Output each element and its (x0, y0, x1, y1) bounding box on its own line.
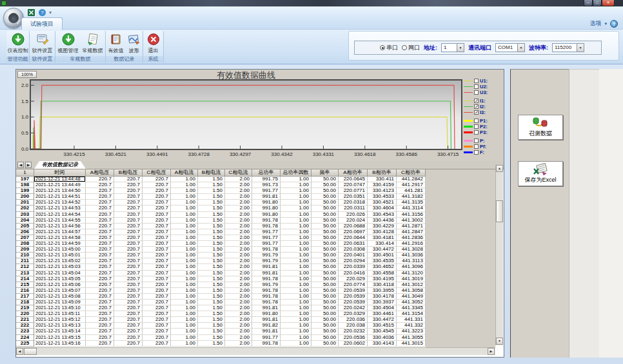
row-number-cell[interactable]: 210 (16, 253, 34, 258)
table-cell[interactable]: 330.4178 (368, 294, 397, 300)
save-excel-button[interactable]: 保存为Excel (518, 161, 563, 186)
table-cell[interactable]: 330.4123 (368, 188, 397, 194)
table-cell[interactable]: 1.00 (281, 194, 312, 200)
table-cell[interactable]: 220.7 (114, 188, 143, 194)
table-cell[interactable]: 220.7 (143, 294, 171, 300)
table-cell[interactable]: 441.2871 (397, 224, 426, 229)
table-cell[interactable]: 220.7 (143, 323, 171, 329)
table-cell[interactable]: 441.3052 (397, 300, 426, 305)
table-cell[interactable]: 220.7 (114, 271, 143, 276)
row-number-cell[interactable]: 223 (16, 329, 34, 334)
table-cell[interactable]: 2021-12-21 13:45:04 (34, 271, 86, 276)
table-cell[interactable]: 1.50 (198, 235, 225, 241)
table-cell[interactable]: 220.7 (114, 311, 143, 317)
column-header[interactable]: C相电压 (143, 169, 171, 177)
table-cell[interactable]: 2021-12-21 13:44:55 (34, 218, 86, 224)
table-cell[interactable]: 2021-12-21 13:44:52 (34, 200, 86, 206)
table-cell[interactable]: 2.00 (225, 177, 252, 182)
table-cell[interactable]: 220.0631 (339, 241, 368, 247)
row-number-cell[interactable]: 214 (16, 276, 34, 282)
table-cell[interactable]: 220.0308 (339, 247, 368, 253)
table-cell[interactable]: 1.00 (281, 200, 312, 206)
table-cell[interactable]: 2021-12-21 13:44:48 (34, 177, 86, 182)
table-cell[interactable]: 1.50 (198, 294, 225, 300)
horizontal-scrollbar[interactable]: ◀ ▶ (16, 347, 495, 355)
table-cell[interactable]: 2.00 (225, 282, 252, 288)
table-cell[interactable]: 330.4461 (368, 311, 397, 317)
table-cell[interactable]: 220.7 (114, 264, 143, 270)
options-menu[interactable]: 选项 ▾ ? (589, 19, 618, 28)
legend-checkbox[interactable]: ✓ (474, 99, 479, 103)
table-cell[interactable]: 220.7 (143, 253, 171, 258)
table-cell[interactable]: 220.7 (143, 188, 171, 194)
table-cell[interactable]: 1.50 (198, 206, 225, 211)
table-cell[interactable]: 50.00 (312, 294, 339, 300)
table-cell[interactable]: 441.3096 (397, 264, 426, 270)
table-cell[interactable]: 50.00 (312, 341, 339, 347)
table-cell[interactable]: 330.4436 (368, 218, 397, 224)
table-cell[interactable]: 1.00 (171, 323, 198, 329)
table-cell[interactable]: 50.00 (312, 300, 339, 305)
table-cell[interactable]: 330.4604 (368, 206, 397, 211)
table-cell[interactable]: 991.77 (252, 241, 281, 247)
table-cell[interactable]: 330.411 (368, 177, 397, 182)
table-cell[interactable]: 1.00 (281, 329, 312, 334)
table-cell[interactable]: 441.2847 (397, 229, 426, 235)
table-cell[interactable]: 1.00 (171, 305, 198, 311)
table-cell[interactable]: 441.3055 (397, 335, 426, 341)
row-number-cell[interactable]: 199 (16, 188, 34, 194)
vertical-scroll-thumb[interactable] (496, 200, 503, 222)
table-cell[interactable]: 441.281 (397, 188, 426, 194)
table-cell[interactable]: 2.00 (225, 194, 252, 200)
table-cell[interactable]: 330.4543 (368, 212, 397, 218)
table-cell[interactable]: 50.00 (312, 335, 339, 341)
table-cell[interactable]: 441.3345 (397, 305, 426, 311)
table-cell[interactable]: 330.4535 (368, 258, 397, 264)
table-cell[interactable]: 220.7 (114, 282, 143, 288)
table-cell[interactable]: 991.81 (252, 317, 281, 323)
table-cell[interactable]: 2.00 (225, 253, 252, 258)
table-cell[interactable]: 220.7 (86, 282, 114, 288)
table-cell[interactable]: 220.7 (86, 271, 114, 276)
table-cell[interactable]: 1.00 (171, 200, 198, 206)
table-cell[interactable]: 1.00 (171, 329, 198, 334)
table-cell[interactable]: 441.3113 (397, 258, 426, 264)
table-cell[interactable]: 220.7 (114, 317, 143, 323)
table-cell[interactable]: 1.00 (171, 288, 198, 294)
table-cell[interactable]: 220.7 (114, 329, 143, 334)
exit-button[interactable]: 退出 (146, 32, 161, 56)
table-cell[interactable]: 2021-12-21 13:44:50 (34, 188, 86, 194)
table-cell[interactable]: 1.00 (281, 335, 312, 341)
table-cell[interactable]: 220.7 (86, 335, 114, 341)
qat-dropdown-icon[interactable]: ▾ (49, 10, 52, 15)
row-number-cell[interactable]: 224 (16, 335, 34, 341)
legend-checkbox[interactable] (474, 150, 479, 155)
table-cell[interactable]: 2021-12-21 13:45:00 (34, 247, 86, 253)
table-cell[interactable]: 220.7 (143, 264, 171, 270)
table-cell[interactable]: 220.0351 (339, 194, 368, 200)
table-cell[interactable]: 220.7 (143, 288, 171, 294)
sheet-prev-icon[interactable]: ◀ (17, 162, 24, 168)
table-cell[interactable]: 220.7 (86, 311, 114, 317)
table-cell[interactable]: 1.00 (281, 288, 312, 294)
table-cell[interactable]: 991.78 (252, 218, 281, 224)
table-cell[interactable]: 220.7 (143, 311, 171, 317)
table-cell[interactable]: 991.81 (252, 271, 281, 276)
chevron-down-icon[interactable]: ▼ (577, 43, 584, 52)
table-cell[interactable]: 441.2842 (397, 177, 426, 182)
table-cell[interactable]: 1.50 (198, 305, 225, 311)
table-cell[interactable]: 1.50 (198, 300, 225, 305)
row-number-cell[interactable]: 198 (16, 182, 34, 188)
table-cell[interactable]: 991.80 (252, 200, 281, 206)
table-cell[interactable]: 220.7 (86, 276, 114, 282)
table-cell[interactable]: 220.7 (114, 235, 143, 241)
sheet-next-icon[interactable]: ▶ (25, 162, 32, 168)
excel-icon[interactable] (27, 8, 35, 17)
table-cell[interactable]: 441.3135 (397, 200, 426, 206)
table-cell[interactable]: 330.3937 (368, 300, 397, 305)
vertical-scrollbar[interactable]: ▲ ▼ (495, 165, 503, 345)
table-cell[interactable]: 50.00 (312, 247, 339, 253)
table-cell[interactable]: 220.0747 (339, 182, 368, 188)
table-cell[interactable]: 1.00 (171, 212, 198, 218)
table-cell[interactable]: 330.4472 (368, 317, 397, 323)
